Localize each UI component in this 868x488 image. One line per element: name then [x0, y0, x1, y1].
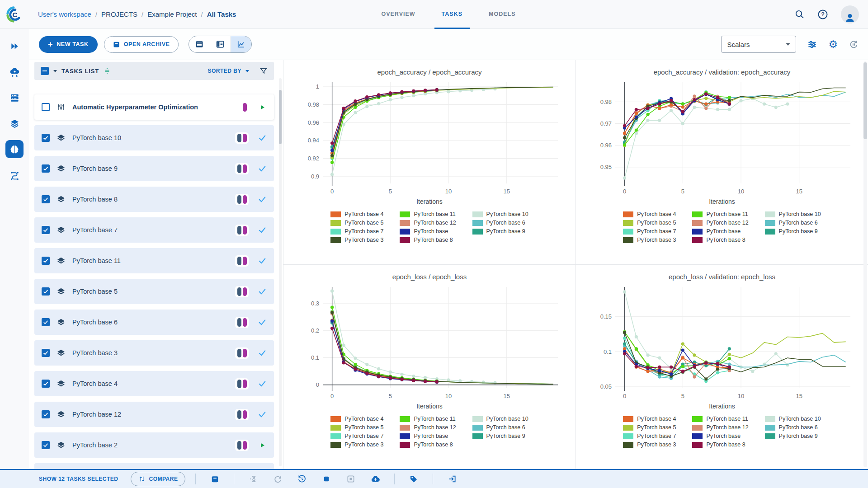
legend-item[interactable]: PyTorch base 8 [400, 441, 456, 448]
task-row[interactable]: PyTorch base 2 [34, 432, 274, 458]
legend-item[interactable]: PyTorch base 4 [623, 416, 676, 422]
row-checkbox[interactable] [42, 380, 50, 388]
legend-item[interactable]: PyTorch base 4 [623, 211, 676, 217]
legend-item[interactable]: PyTorch base [400, 228, 456, 235]
legend-item[interactable]: PyTorch base 5 [623, 220, 676, 226]
task-row[interactable]: PyTorch base 11 [34, 248, 274, 273]
legend-item[interactable]: PyTorch base 3 [330, 237, 383, 243]
legend-item[interactable]: PyTorch base 9 [472, 433, 528, 439]
gear-icon[interactable]: ⚙ [828, 39, 838, 50]
row-checkbox[interactable] [42, 195, 50, 203]
charts-scrollbar-thumb[interactable] [863, 62, 867, 139]
row-checkbox[interactable] [42, 226, 50, 234]
legend-item[interactable]: PyTorch base 11 [400, 211, 456, 217]
split-view-button[interactable] [210, 36, 231, 52]
legend-item[interactable]: PyTorch base [692, 433, 748, 439]
legend-item[interactable]: PyTorch base 4 [330, 211, 383, 217]
legend-item[interactable]: PyTorch base 6 [472, 424, 528, 431]
legend-item[interactable]: PyTorch base 10 [765, 416, 821, 422]
show-selected-button[interactable]: SHOW 12 TASKS SELECTED [39, 476, 118, 482]
legend-item[interactable]: PyTorch base 11 [692, 416, 748, 422]
legend-item[interactable]: PyTorch base 8 [400, 237, 456, 243]
tab-tasks[interactable]: TASKS [434, 0, 470, 29]
compare-button[interactable]: COMPARE [131, 472, 185, 486]
breadcrumb-item[interactable]: PROJECTS [101, 10, 137, 18]
sidebar-expand-icon[interactable] [5, 37, 24, 55]
legend-item[interactable]: PyTorch base 7 [623, 433, 676, 439]
metric-view-select[interactable]: Scalars [721, 36, 796, 53]
search-icon[interactable] [794, 9, 805, 19]
open-archive-button[interactable]: OPEN ARCHIVE [104, 36, 179, 53]
legend-item[interactable]: PyTorch base 3 [330, 441, 383, 448]
tab-models[interactable]: MODELS [481, 0, 523, 29]
row-checkbox[interactable] [42, 134, 50, 142]
move-to-project-icon[interactable] [443, 472, 461, 486]
task-row[interactable]: PyTorch base 5 [34, 279, 274, 304]
breadcrumb-item[interactable]: User's workspace [38, 10, 91, 18]
legend-item[interactable]: PyTorch base 10 [472, 211, 528, 217]
legend-item[interactable]: PyTorch base 9 [765, 433, 821, 439]
legend-item[interactable]: PyTorch base 12 [400, 424, 456, 431]
row-checkbox[interactable] [42, 287, 50, 296]
legend-item[interactable]: PyTorch base 10 [472, 416, 528, 422]
task-row[interactable]: PyTorch base 6 [34, 310, 274, 335]
legend-item[interactable]: PyTorch base 7 [330, 433, 383, 439]
task-row[interactable]: PyTorch base 9 [34, 156, 274, 181]
task-row[interactable]: PyTorch base 3 [34, 340, 274, 366]
sidebar-item-serving[interactable] [5, 63, 24, 81]
breadcrumb-item[interactable]: All Tasks [207, 10, 236, 18]
row-checkbox[interactable] [42, 257, 50, 265]
task-row[interactable]: PyTorch base 4 [34, 371, 274, 396]
row-checkbox[interactable] [42, 410, 50, 418]
legend-item[interactable]: PyTorch base 5 [623, 424, 676, 431]
legend-item[interactable]: PyTorch base [400, 433, 456, 439]
sidebar-item-projects[interactable] [5, 140, 24, 158]
legend-item[interactable]: PyTorch base 5 [330, 424, 383, 431]
plot-area[interactable]: 0510150.050.10.15 [586, 282, 858, 404]
help-icon[interactable]: ? [817, 9, 828, 20]
archive-action-icon[interactable] [206, 472, 224, 486]
chart-view-button[interactable] [231, 36, 251, 52]
plot-area[interactable]: 0510150.90.920.940.960.981 [294, 78, 565, 199]
select-all-checkbox[interactable] [41, 67, 49, 75]
sidebar-item-workers-queues[interactable] [5, 89, 24, 107]
legend-item[interactable]: PyTorch base 11 [400, 416, 456, 422]
plot-area[interactable]: 0510150.950.960.970.98 [586, 78, 858, 199]
legend-item[interactable]: PyTorch base 6 [765, 424, 821, 431]
auto-refresh-icon[interactable] [849, 39, 859, 50]
task-row[interactable]: PyTorch base [34, 463, 274, 469]
legend-item[interactable]: PyTorch base 8 [692, 441, 748, 448]
clearml-logo[interactable]: C [0, 0, 29, 29]
abort-icon[interactable] [317, 472, 335, 486]
legend-item[interactable]: PyTorch base 11 [692, 211, 748, 217]
sidebar-item-pipelines[interactable] [5, 166, 24, 184]
legend-item[interactable]: PyTorch base 12 [692, 424, 748, 431]
tune-icon[interactable] [807, 39, 817, 50]
sorted-by-button[interactable]: SORTED BY [208, 68, 241, 74]
legend-item[interactable]: PyTorch base [692, 228, 748, 235]
tab-overview[interactable]: OVERVIEW [374, 0, 422, 29]
task-row[interactable]: PyTorch base 12 [34, 402, 274, 427]
plot-area[interactable]: 05101500.10.20.3 [294, 282, 565, 404]
legend-item[interactable]: PyTorch base 12 [400, 220, 456, 226]
breadcrumb-item[interactable]: Example Project [147, 10, 197, 18]
row-checkbox[interactable] [42, 349, 50, 357]
task-row[interactable]: PyTorch base 8 [34, 187, 274, 212]
sidebar-item-datasets[interactable] [5, 114, 24, 132]
task-row[interactable]: Automatic Hyperparameter Optimization [34, 94, 274, 120]
table-view-button[interactable] [189, 36, 210, 52]
legend-item[interactable]: PyTorch base 3 [623, 237, 676, 243]
legend-item[interactable]: PyTorch base 3 [623, 441, 676, 448]
legend-item[interactable]: PyTorch base 6 [472, 220, 528, 226]
legend-item[interactable]: PyTorch base 7 [623, 228, 676, 235]
row-checkbox[interactable] [42, 441, 50, 449]
tasks-scrollbar-thumb[interactable] [279, 90, 282, 144]
task-row[interactable]: PyTorch base 10 [34, 125, 274, 150]
new-task-button[interactable]: + NEW TASK [39, 36, 98, 53]
task-row[interactable]: PyTorch base 7 [34, 217, 274, 243]
row-checkbox[interactable] [42, 103, 50, 111]
select-menu-caret-icon[interactable] [53, 70, 57, 72]
legend-item[interactable]: PyTorch base 12 [692, 220, 748, 226]
add-tag-icon[interactable] [405, 472, 423, 486]
row-height-icon[interactable] [104, 67, 111, 75]
